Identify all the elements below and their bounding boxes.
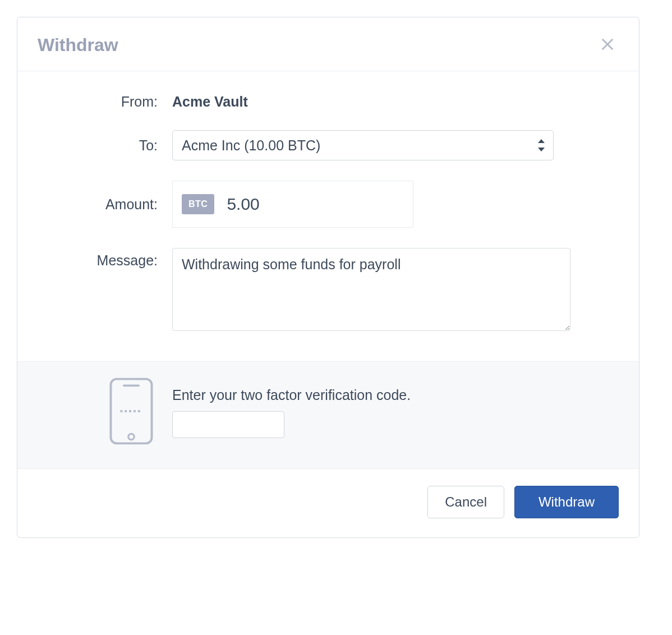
amount-label: Amount: xyxy=(38,196,172,213)
message-row: Message: xyxy=(38,248,619,333)
svg-point-4 xyxy=(128,434,134,439)
twofa-section: Enter your two factor verification code. xyxy=(17,361,639,469)
modal-header: Withdraw xyxy=(17,17,639,71)
to-select[interactable]: Acme Inc (10.00 BTC) xyxy=(172,130,554,160)
phone-icon-wrap xyxy=(38,378,172,447)
close-icon xyxy=(600,36,615,54)
currency-badge: BTC xyxy=(182,194,214,214)
modal-body: From: Acme Vault To: Acme Inc (10.00 BTC… xyxy=(17,71,639,361)
modal-title: Withdraw xyxy=(38,35,118,56)
amount-input-wrap: BTC xyxy=(172,181,413,228)
twofa-input[interactable] xyxy=(172,411,284,438)
from-row: From: Acme Vault xyxy=(38,94,619,110)
amount-row: Amount: BTC xyxy=(38,181,619,228)
modal-footer: Cancel Withdraw xyxy=(17,469,639,537)
from-value: Acme Vault xyxy=(172,94,619,110)
close-button[interactable] xyxy=(596,33,619,57)
amount-input[interactable] xyxy=(214,195,413,214)
phone-icon xyxy=(108,378,154,447)
message-input[interactable] xyxy=(172,248,570,331)
to-row: To: Acme Inc (10.00 BTC) xyxy=(38,130,619,160)
message-label: Message: xyxy=(38,248,172,269)
withdraw-button[interactable]: Withdraw xyxy=(514,486,619,518)
from-label: From: xyxy=(38,94,172,110)
to-label: To: xyxy=(38,137,172,154)
cancel-button[interactable]: Cancel xyxy=(427,486,504,518)
to-select-wrap: Acme Inc (10.00 BTC) xyxy=(172,130,554,160)
withdraw-modal: Withdraw From: Acme Vault To: Acme Inc xyxy=(17,17,639,538)
twofa-content: Enter your two factor verification code. xyxy=(172,387,619,438)
twofa-prompt: Enter your two factor verification code. xyxy=(172,387,619,403)
